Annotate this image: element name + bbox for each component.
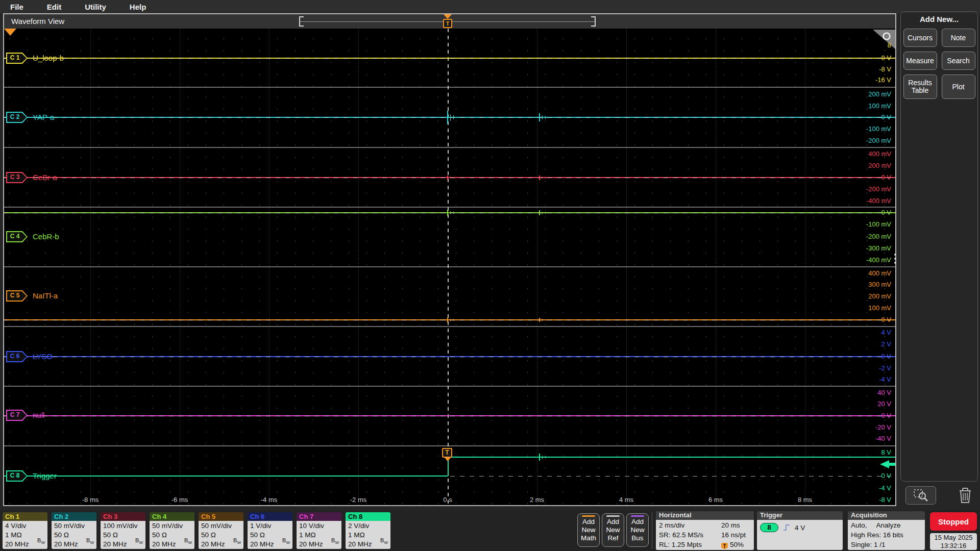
trash-icon[interactable] [958,487,973,504]
grid-division-line [626,29,627,505]
scale-label: -100 mV [866,125,891,133]
scale-label: -100 mV [866,220,891,228]
plot-button[interactable]: Plot [942,74,975,99]
noise-burst [545,456,546,459]
bottom-channel-badge-2[interactable]: Ch 250 mV/div50 Ω20 MHzBW [52,512,96,549]
channel-badge-title: Ch 1 [3,512,47,521]
grid-division-line [805,29,805,505]
trigger-panel[interactable]: Trigger 8 4 V [757,511,843,550]
add-button-label: Add [578,518,599,526]
bandwidth-limit-icon: BW [282,536,290,547]
add-button-label: Add [627,518,648,526]
bottom-bar: Horizontal 2 ms/div 20 ms SR: 62.5 MS/s … [0,510,980,551]
vertical-scale: 50 mV/div [201,521,241,531]
scale-label: 0 V [881,353,891,360]
record-length: RL: 1.25 Mpts [659,540,721,549]
note-button[interactable]: Note [942,29,975,47]
slice-separator [4,87,895,88]
add-new-math-button[interactable]: AddNewMath [577,513,600,547]
bottom-channel-badge-4[interactable]: Ch 450 mV/div50 Ω20 MHzBW [150,512,194,549]
vertical-scale: 10 V/div [299,521,339,531]
scale-label: 4 V [881,329,891,336]
noise-burst [450,211,451,214]
scale-label: 100 mV [868,304,891,312]
accent-line [582,515,595,517]
noise-burst [545,116,546,118]
record-overview-left-bracket[interactable] [299,16,304,27]
channel-badge-title: Ch 3 [101,512,145,521]
add-new-ref-button[interactable]: AddNewRef [602,513,624,547]
sample-rate: SR: 62.5 MS/s [659,530,721,540]
channel-badge-settings: 10 V/div1 MΩ20 MHzBW [297,521,341,549]
channel-badge-label: C 1 [6,54,23,61]
acquisition-panel[interactable]: Acquisition Auto, Analyze High Res: 16 b… [848,511,925,550]
channel-badge-label: C 5 [6,292,23,299]
measure-button[interactable]: Measure [903,52,937,70]
scale-label: 0 V [881,316,891,323]
channel-badge-label: C 2 [6,113,23,120]
bottom-channel-badge-5[interactable]: Ch 550 mV/div50 Ω20 MHzBW [199,512,243,549]
add-button-label: Bus [627,534,648,542]
run-stop-button[interactable]: Stopped [930,512,977,531]
horizontal-panel[interactable]: Horizontal 2 ms/div 20 ms SR: 62.5 MS/s … [656,511,754,550]
search-button[interactable]: Search [942,52,975,70]
noise-burst [539,454,540,461]
scale-label: -200 mV [866,185,891,193]
bottom-channel-badge-6[interactable]: Ch 61 V/div50 Ω20 MHzBW [248,512,292,549]
add-button-label: Math [578,534,599,542]
bandwidth-limit-icon: BW [233,536,241,547]
zoom-mode-button[interactable] [905,486,936,505]
acquisition-panel-title: Acquisition [848,511,925,520]
record-overview-right-bracket[interactable] [591,16,596,27]
channel-badge-title: Ch 4 [150,512,194,521]
menu-help[interactable]: Help [130,3,146,11]
slice-separator [4,147,895,148]
grid-division-line [90,29,91,505]
scale-label: -200 mV [866,137,891,144]
menu-file[interactable]: File [10,3,23,11]
trigger-level-arrow-icon[interactable] [880,460,895,468]
scale-label: -8 V [879,496,891,504]
channel-badge-settings: 1 V/div50 Ω20 MHzBW [248,521,292,549]
sidebar-bottom-toolbar [900,485,978,506]
scale-label: 8 [888,41,891,49]
waveform-view-header: Waveform View T [4,14,895,29]
waveform-view-tab[interactable]: Waveform View [11,17,64,26]
channel-name-CebR-b: CebR-b [33,232,59,241]
bottom-channel-badge-1[interactable]: Ch 14 V/div1 MΩ20 MHzBW [3,512,47,549]
channel-badge-title: Ch 7 [297,512,341,521]
results-table-button[interactable]: Results Table [903,74,937,99]
bottom-channel-badge-8[interactable]: Ch 82 V/div1 MΩ20 MHzBW [346,512,390,549]
add-button-label: New [602,526,624,534]
scale-label: -2 V [879,364,891,372]
menu-utility[interactable]: Utility [85,3,106,11]
right-sidebar: Add New... CursorsNoteMeasureSearchResul… [900,11,978,506]
scale-label: 400 mV [868,150,891,158]
trigger-position-flag-icon[interactable]: T [443,19,452,28]
noise-burst [453,212,454,214]
time: 13:32:16 [930,542,977,550]
acquisition-resolution: High Res: 16 bits [851,530,922,540]
trigger-position-arrow-icon[interactable] [444,14,452,19]
channel-name-null: null [33,411,44,419]
grid-division-line [358,29,359,505]
bottom-channel-badge-7[interactable]: Ch 710 V/div1 MΩ20 MHzBW [297,512,341,549]
time-axis-label: 2 ms [530,496,544,504]
cursors-button[interactable]: Cursors [903,29,937,47]
menu-edit[interactable]: Edit [47,3,61,11]
grid-division-line [269,29,270,505]
time-axis-label: -6 ms [172,496,188,504]
channel-badge-settings: 50 mV/div50 Ω20 MHzBW [150,521,194,549]
bottom-channel-badge-3[interactable]: Ch 3100 mV/div50 Ω20 MHzBW [101,512,145,549]
noise-burst [539,210,540,215]
add-new-bus-button[interactable]: AddNewBus [626,513,649,547]
bandwidth-limit-icon: BW [135,536,143,547]
slice-separator [4,266,895,267]
noise-burst [545,319,546,321]
noise-burst [447,210,448,216]
trigger-point-flag-icon[interactable]: T [442,448,452,458]
date: 15 May 2025 [930,534,977,542]
scale-label: -20 V [875,423,891,431]
panel-resize-handle[interactable] [894,254,896,264]
zero-reference-line [4,58,895,59]
